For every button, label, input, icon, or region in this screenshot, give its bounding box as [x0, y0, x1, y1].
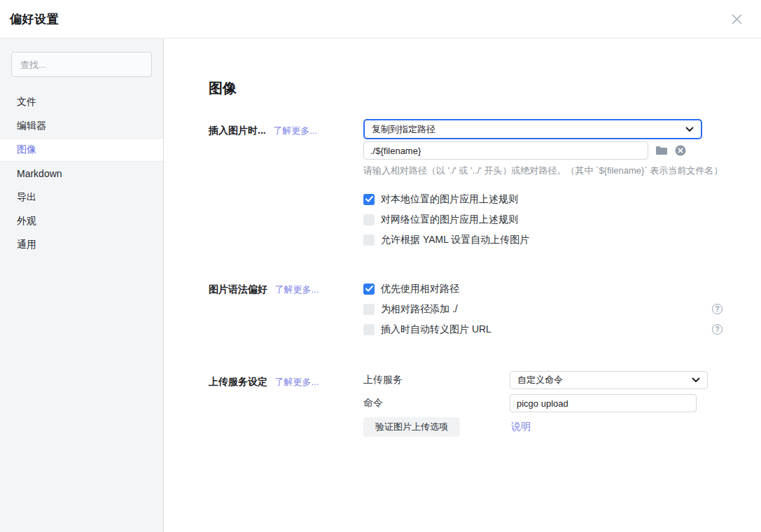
search-input[interactable] [11, 52, 152, 77]
learn-more-link[interactable]: 了解更多... [274, 284, 319, 295]
upload-actions-row: 验证图片上传选项 说明 [363, 417, 761, 437]
upload-service-select[interactable]: 自定义命令 [510, 371, 708, 389]
page-title: 偏好设置 [10, 11, 59, 27]
checkbox-row-escape-url: 插入时自动转义图片 URL ? [363, 323, 722, 335]
image-path-input[interactable] [363, 141, 648, 160]
command-input[interactable] [510, 394, 697, 412]
insert-action-select[interactable]: 复制到指定路径 [363, 119, 702, 139]
path-hint-text: 请输入相对路径（以 './' 或 '../' 开头）或绝对路径。（其中 `${f… [363, 165, 761, 176]
checkbox-row-apply-online: 对网络位置的图片应用上述规则 [363, 214, 722, 225]
checkbox-relative-path[interactable] [363, 284, 375, 295]
checkbox-escape-url[interactable] [363, 324, 375, 335]
command-label: 命令 [363, 397, 510, 410]
checkbox-row-relative-path: 优先使用相对路径 [363, 283, 722, 295]
insert-section-label: 插入图片时... [209, 125, 266, 136]
help-icon[interactable]: ? [712, 304, 722, 314]
clear-path-icon[interactable] [675, 145, 686, 156]
window-header: 偏好设置 [0, 0, 761, 38]
upload-service-select-value: 自定义命令 [517, 374, 563, 386]
upload-section-label: 上传服务设定 [209, 376, 267, 387]
sidebar-nav: 文件 编辑器 图像 Markdown 导出 外观 通用 [0, 90, 163, 257]
checkbox-yaml-upload[interactable] [363, 234, 375, 246]
instructions-link[interactable]: 说明 [511, 421, 531, 433]
sidebar-item-image[interactable]: 图像 [0, 138, 163, 162]
checkbox-apply-local[interactable] [363, 194, 375, 205]
insert-image-section: 插入图片时... 了解更多... 复制到指定路径 [209, 119, 761, 254]
folder-icon[interactable] [655, 146, 668, 155]
upload-service-label: 上传服务 [363, 374, 510, 386]
page-heading: 图像 [209, 79, 761, 97]
sidebar-item-file[interactable]: 文件 [0, 90, 163, 114]
sidebar-item-export[interactable]: 导出 [0, 186, 163, 209]
checkbox-row-add-dot-slash: 为相对路径添加 ./ ? [363, 303, 722, 315]
chevron-down-icon [692, 377, 700, 383]
image-settings-pane: 图像 插入图片时... 了解更多... 复制到指定路径 [164, 38, 761, 532]
sidebar: 文件 编辑器 图像 Markdown 导出 外观 通用 [0, 38, 164, 532]
checkbox-row-yaml-upload: 允许根据 YAML 设置自动上传图片 [363, 234, 722, 246]
sidebar-item-appearance[interactable]: 外观 [0, 209, 163, 233]
upload-service-row: 上传服务 自定义命令 [363, 371, 761, 389]
learn-more-link[interactable]: 了解更多... [273, 125, 317, 136]
help-icon[interactable]: ? [712, 324, 722, 335]
sidebar-item-general[interactable]: 通用 [0, 233, 163, 257]
close-icon[interactable] [729, 12, 743, 26]
learn-more-link[interactable]: 了解更多... [274, 377, 319, 387]
sidebar-item-editor[interactable]: 编辑器 [0, 114, 163, 138]
preferences-window: 偏好设置 文件 编辑器 图像 Markdown 导出 外观 通用 图像 [0, 0, 761, 532]
chevron-down-icon [685, 127, 694, 132]
checkbox-row-apply-local: 对本地位置的图片应用上述规则 [363, 193, 722, 205]
insert-action-select-value: 复制到指定路径 [372, 123, 435, 136]
image-syntax-section: 图片语法偏好 了解更多... 优先使用相对路径 [209, 283, 761, 344]
checkbox-add-dot-slash[interactable] [363, 304, 375, 315]
sidebar-item-markdown[interactable]: Markdown [0, 162, 163, 186]
checkbox-apply-online[interactable] [363, 214, 375, 225]
syntax-section-label: 图片语法偏好 [209, 284, 267, 295]
upload-service-section: 上传服务设定 了解更多... 上传服务 自定义命令 命令 [209, 371, 761, 437]
command-row: 命令 [363, 394, 761, 412]
validate-upload-button[interactable]: 验证图片上传选项 [363, 417, 460, 437]
